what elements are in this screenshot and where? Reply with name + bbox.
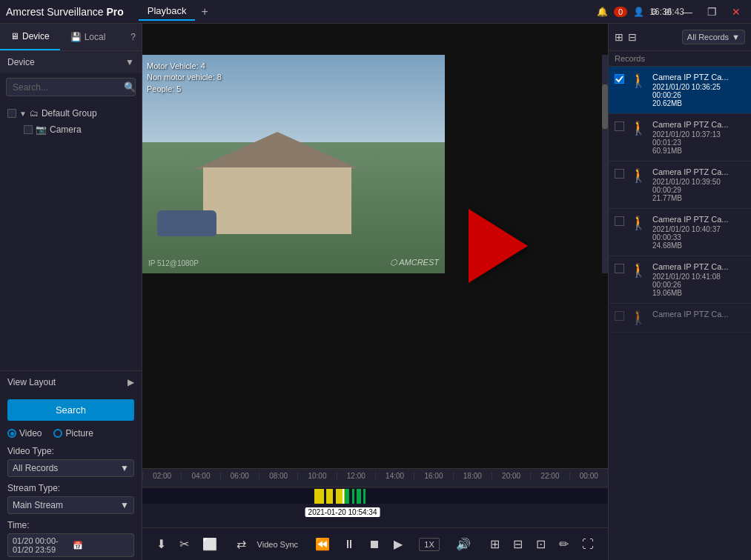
record-3-checkbox[interactable]: [615, 169, 624, 181]
speed-indicator[interactable]: 1X: [419, 538, 439, 551]
device-header: Device ▼: [0, 51, 142, 73]
record-item-4[interactable]: 🚶 Camera IP PTZ Ca... 2021/01/20 10:40:3…: [609, 209, 751, 256]
device-arrow-icon: ▼: [125, 57, 134, 67]
svg-rect-3: [615, 217, 624, 226]
view-icon-2[interactable]: ⊟: [628, 31, 637, 43]
speed-group: 1X: [419, 538, 439, 551]
motion-icon-5: 🚶: [630, 262, 646, 279]
calendar-icon[interactable]: 📅: [73, 541, 130, 550]
video-type-arrow-icon: ▼: [120, 463, 129, 473]
time-section: Time: 01/20 00:00-01/20 23:59 📅: [0, 516, 142, 560]
restore-button[interactable]: ❐: [703, 4, 721, 19]
view-icon-1[interactable]: ⊞: [615, 31, 623, 43]
time-mark-04: 04:00: [181, 472, 219, 480]
grid3-button[interactable]: ⊡: [534, 535, 548, 553]
notification-badge: 0: [614, 7, 627, 17]
time-mark-08: 08:00: [259, 472, 297, 480]
tab-playback[interactable]: Playback: [139, 2, 196, 21]
video-type-label: Video Type:: [7, 446, 134, 456]
record-4-info: Camera IP PTZ Ca... 2021/01/20 10:40:37 …: [652, 215, 745, 250]
time-mark-16: 16:00: [414, 472, 452, 480]
tab-device[interactable]: 🖥 Device: [0, 24, 60, 50]
video-type-select[interactable]: All Records ▼: [7, 459, 134, 477]
search-input[interactable]: [13, 82, 124, 93]
video-info-bottom: IP 512@1080P: [148, 259, 199, 267]
timeline-segment-yellow-1: [314, 489, 324, 504]
add-tab-button[interactable]: +: [201, 5, 208, 19]
tab-local[interactable]: 💾 Local: [60, 24, 116, 50]
pause-button[interactable]: ⏸: [341, 536, 357, 553]
record-6-info: Camera IP PTZ Ca...: [652, 310, 745, 319]
main-layout: 🖥 Device 💾 Local ? Device ▼ 🔍 ▼ 🗂: [0, 24, 751, 560]
record-item-1[interactable]: 🚶 Camera IP PTZ Ca... 2021/01/20 10:36:2…: [609, 67, 751, 114]
search-icon: 🔍: [124, 81, 136, 93]
stop-button[interactable]: ⏹: [366, 536, 383, 553]
user-icon[interactable]: 👤: [633, 7, 644, 17]
radio-video[interactable]: Video: [7, 428, 42, 439]
red-arrow-icon: [469, 209, 528, 283]
device-tree: ▼ 🗂 Default Group 📷 Camera: [0, 101, 142, 370]
svg-rect-4: [615, 264, 624, 273]
play-button[interactable]: ▶: [391, 535, 405, 553]
svg-rect-5: [615, 312, 624, 321]
grid2-button[interactable]: ⊟: [511, 535, 525, 553]
fullscreen-button[interactable]: ⛶: [580, 536, 596, 553]
record-item-3[interactable]: 🚶 Camera IP PTZ Ca... 2021/01/20 10:39:5…: [609, 161, 751, 209]
time-mark-10: 10:00: [297, 472, 336, 480]
app-title: Amcrest Surveillance Pro: [6, 6, 124, 18]
record-item-5[interactable]: 🚶 Camera IP PTZ Ca... 2021/01/20 10:41:0…: [609, 256, 751, 304]
tree-item-camera[interactable]: 📷 Camera: [3, 121, 139, 138]
radio-picture[interactable]: Picture: [53, 428, 93, 439]
close-button[interactable]: ✕: [727, 4, 745, 19]
help-button[interactable]: ?: [125, 26, 142, 48]
radio-video-dot: [7, 429, 16, 438]
video-player: Motor Vehicle: 4 Non motor vehicle: 8 Pe…: [142, 55, 445, 273]
rewind-button[interactable]: ⏪: [313, 535, 332, 553]
record-1-checkbox[interactable]: [615, 74, 624, 86]
motion-icon-6: 🚶: [630, 310, 646, 326]
svg-rect-2: [615, 170, 624, 179]
volume-group: 🔊: [454, 535, 473, 553]
sync-icon: ⇄: [234, 535, 248, 553]
video-overlay: Motor Vehicle: 4 Non motor vehicle: 8 Pe…: [147, 61, 222, 95]
edit-button[interactable]: ✏: [557, 535, 571, 553]
group-checkbox[interactable]: [7, 109, 16, 118]
folder-icon: 🗂: [30, 108, 39, 119]
video-area: Motor Vehicle: 4 Non motor vehicle: 8 Pe…: [142, 24, 608, 468]
video-sync-group: ⇄ Video Sync: [234, 535, 298, 553]
records-section-label: Records: [609, 51, 751, 67]
sidebar: 🖥 Device 💾 Local ? Device ▼ 🔍 ▼ 🗂: [0, 24, 142, 560]
tree-group-default[interactable]: ▼ 🗂 Default Group: [3, 105, 139, 121]
time-mark-06: 06:00: [220, 472, 259, 480]
record-item-2[interactable]: 🚶 Camera IP PTZ Ca... 2021/01/20 10:37:1…: [609, 114, 751, 161]
timeline-segment-green-1: [345, 489, 349, 504]
stream-type-select[interactable]: Main Stream ▼: [7, 496, 134, 514]
grid1-button[interactable]: ⊞: [488, 535, 502, 553]
download-button[interactable]: ⬇: [154, 535, 168, 553]
center-panel: Motor Vehicle: 4 Non motor vehicle: 8 Pe…: [142, 24, 608, 560]
records-list: 🚶 Camera IP PTZ Ca... 2021/01/20 10:36:2…: [609, 67, 751, 560]
clip-button[interactable]: ⬜: [200, 535, 219, 553]
record-2-checkbox[interactable]: [615, 121, 624, 133]
view-layout-arrow-icon: ▶: [128, 377, 134, 387]
record-2-info: Camera IP PTZ Ca... 2021/01/20 10:37:13 …: [652, 120, 745, 155]
scrollbar-handle[interactable]: [602, 84, 608, 129]
timeline-cursor-label: 2021-01-20 10:54:34: [305, 507, 380, 517]
video-scrollbar[interactable]: [602, 55, 608, 273]
search-button[interactable]: Search: [7, 399, 134, 421]
record-5-checkbox[interactable]: [615, 264, 624, 276]
cut-button[interactable]: ✂: [177, 535, 191, 553]
records-dropdown[interactable]: All Records ▼: [682, 30, 745, 44]
camera-checkbox[interactable]: [24, 125, 33, 134]
notification-icon[interactable]: 🔔: [597, 7, 608, 17]
view-layout-section[interactable]: View Layout ▶: [0, 370, 142, 393]
timeline-bar[interactable]: 2021-01-20 10:54:34: [142, 489, 608, 504]
layout-controls: ⊞ ⊟ ⊡ ✏ ⛶: [488, 535, 596, 553]
radio-picture-dot: [53, 429, 62, 438]
svg-rect-1: [615, 122, 624, 131]
record-4-checkbox[interactable]: [615, 216, 624, 228]
record-item-6[interactable]: 🚶 Camera IP PTZ Ca...: [609, 304, 751, 333]
clock-display: 16:36:43: [649, 7, 684, 17]
record-6-checkbox[interactable]: [615, 311, 624, 323]
volume-icon[interactable]: 🔊: [454, 535, 473, 553]
